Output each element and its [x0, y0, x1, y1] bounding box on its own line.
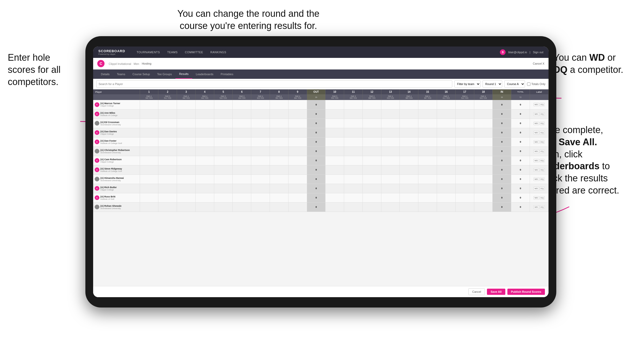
score-input-h6[interactable] — [233, 175, 251, 184]
score-cell-h4[interactable] — [195, 119, 214, 128]
score-input-h3[interactable] — [177, 193, 195, 202]
score-cell-h7[interactable] — [251, 156, 270, 165]
score-cell-h11[interactable] — [344, 137, 363, 147]
score-input-h6[interactable] — [233, 156, 251, 165]
score-cell-h7[interactable] — [251, 174, 270, 184]
score-cell-h12[interactable] — [362, 147, 381, 156]
score-input-h13[interactable] — [381, 175, 400, 184]
score-cell-h6[interactable] — [233, 174, 251, 184]
score-cell-h15[interactable] — [418, 128, 437, 137]
score-cell-h10[interactable] — [325, 156, 344, 165]
wd-dq-cell[interactable]: WDDQ — [530, 184, 548, 193]
score-input-h1[interactable] — [140, 137, 158, 147]
score-cell-h13[interactable] — [381, 193, 400, 202]
dq-button[interactable]: DQ — [539, 205, 545, 209]
score-cell-h3[interactable] — [177, 156, 196, 165]
score-input-h4[interactable] — [196, 156, 214, 165]
score-cell-h6[interactable] — [233, 156, 251, 165]
score-input-h11[interactable] — [344, 100, 362, 109]
score-input-h14[interactable] — [400, 193, 418, 202]
score-input-h10[interactable] — [325, 175, 344, 184]
score-input-h16[interactable] — [437, 165, 455, 174]
score-input-h15[interactable] — [418, 147, 437, 156]
score-input-h16[interactable] — [437, 137, 455, 147]
score-cell-h7[interactable] — [251, 202, 270, 212]
score-input-h2[interactable] — [158, 175, 177, 184]
score-cell-h18[interactable] — [474, 174, 493, 184]
score-cell-h16[interactable] — [437, 184, 456, 193]
score-cell-h7[interactable] — [251, 109, 270, 119]
score-input-h16[interactable] — [437, 193, 455, 202]
score-cell-h13[interactable] — [381, 147, 400, 156]
score-input-h14[interactable] — [400, 100, 418, 109]
score-input-h15[interactable] — [418, 128, 437, 137]
score-input-h7[interactable] — [251, 203, 270, 212]
score-input-h9[interactable] — [288, 175, 307, 184]
score-cell-h17[interactable] — [455, 202, 474, 212]
score-input-h17[interactable] — [456, 184, 474, 193]
score-input-h14[interactable] — [400, 119, 418, 128]
tab-course-setup[interactable]: Course Setup — [129, 70, 153, 79]
score-input-h17[interactable] — [456, 203, 474, 212]
score-cell-h5[interactable] — [214, 202, 233, 212]
save-all-button[interactable]: Save All — [487, 289, 505, 295]
score-cell-h18[interactable] — [474, 137, 493, 147]
score-cell-h4[interactable] — [195, 184, 214, 193]
score-cell-h3[interactable] — [177, 147, 196, 156]
wd-button[interactable]: WD — [534, 205, 539, 209]
score-input-h13[interactable] — [381, 137, 400, 147]
score-input-h17[interactable] — [456, 147, 474, 156]
dq-button[interactable]: DQ — [539, 159, 545, 162]
wd-dq-cell[interactable]: WDDQ — [530, 137, 548, 147]
score-cell-h2[interactable] — [158, 147, 177, 156]
wd-button[interactable]: WD — [534, 178, 539, 181]
score-input-h2[interactable] — [158, 165, 177, 174]
score-input-h15[interactable] — [418, 193, 437, 202]
score-cell-h2[interactable] — [158, 109, 177, 119]
score-cell-h14[interactable] — [400, 202, 418, 212]
score-input-h15[interactable] — [418, 100, 437, 109]
score-cell-h6[interactable] — [233, 165, 251, 174]
score-input-h13[interactable] — [381, 110, 400, 119]
score-cell-h14[interactable] — [400, 109, 418, 119]
score-cell-h15[interactable] — [418, 165, 437, 174]
score-cell-h1[interactable] — [140, 147, 158, 156]
score-cell-h6[interactable] — [233, 202, 251, 212]
score-cell-h1[interactable] — [140, 174, 158, 184]
score-cell-h9[interactable] — [288, 137, 307, 147]
score-cell-h10[interactable] — [325, 100, 344, 109]
score-input-h1[interactable] — [140, 184, 158, 193]
score-cell-h17[interactable] — [455, 137, 474, 147]
score-input-h3[interactable] — [177, 100, 195, 109]
score-cell-h17[interactable] — [455, 165, 474, 174]
dq-button[interactable]: DQ — [539, 112, 545, 116]
score-cell-h5[interactable] — [214, 137, 233, 147]
score-input-h18[interactable] — [474, 128, 493, 137]
score-input-h13[interactable] — [381, 193, 400, 202]
score-input-h11[interactable] — [344, 184, 362, 193]
score-cell-h9[interactable] — [288, 184, 307, 193]
score-cell-h6[interactable] — [233, 137, 251, 147]
score-cell-h8[interactable] — [270, 174, 288, 184]
score-input-h9[interactable] — [288, 119, 307, 128]
score-cell-h11[interactable] — [344, 147, 363, 156]
score-cell-h16[interactable] — [437, 147, 456, 156]
score-cell-h9[interactable] — [288, 193, 307, 202]
score-input-h14[interactable] — [400, 110, 418, 119]
score-input-h3[interactable] — [177, 128, 195, 137]
score-input-h6[interactable] — [233, 110, 251, 119]
score-input-h11[interactable] — [344, 147, 362, 156]
score-cell-h1[interactable] — [140, 202, 158, 212]
score-input-h3[interactable] — [177, 165, 195, 174]
score-cell-h17[interactable] — [455, 184, 474, 193]
score-cell-h13[interactable] — [381, 119, 400, 128]
scores-container[interactable]: Player 1 2 3 4 5 6 7 8 9 OUT 10 11 12 — [93, 89, 549, 286]
score-cell-h18[interactable] — [474, 100, 493, 109]
score-input-h10[interactable] — [325, 110, 344, 119]
score-cell-h4[interactable] — [195, 147, 214, 156]
score-input-h4[interactable] — [196, 193, 214, 202]
score-input-h6[interactable] — [233, 147, 251, 156]
score-input-h1[interactable] — [140, 100, 158, 109]
score-input-h5[interactable] — [214, 184, 233, 193]
score-input-h6[interactable] — [233, 128, 251, 137]
